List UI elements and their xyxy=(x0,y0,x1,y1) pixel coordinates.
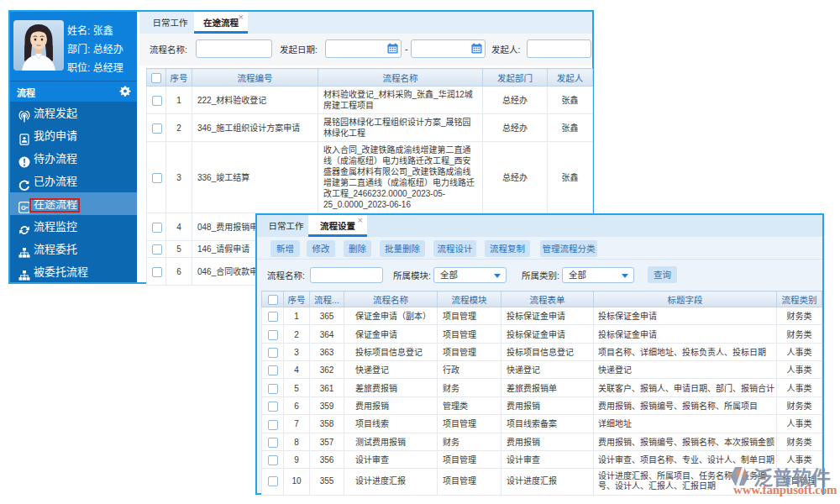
sidebar-item-流程委托[interactable]: 流程委托 xyxy=(10,238,137,260)
toolbar-button[interactable]: 修改 xyxy=(307,240,335,257)
row-select-cell xyxy=(262,361,284,379)
row-checkbox[interactable] xyxy=(152,267,162,277)
sidebar-item-我的申请[interactable]: 我的申请 xyxy=(10,124,137,147)
row-checkbox[interactable] xyxy=(268,312,278,322)
column-header: 流程名称 xyxy=(344,291,438,307)
initiator-label: 发起人: xyxy=(491,40,520,59)
table-row[interactable]: 2364保证金申请项目管理投标保证金申请投标保证金申请财务类 xyxy=(262,325,822,343)
select-all-header[interactable] xyxy=(262,291,284,307)
cell-form: 设计审查 xyxy=(501,450,594,468)
toolbar-button[interactable]: 删除 xyxy=(344,240,371,257)
cell-cat: 人事类 xyxy=(777,379,822,396)
category-select[interactable]: 全部 xyxy=(562,267,634,283)
cell-module: 项目管理 xyxy=(438,343,501,360)
profile-field-value: 总经理 xyxy=(93,62,123,74)
table-row[interactable]: 3336_竣工结算收入合同_改建铁路成渝线增建第二直通线（成渝枢纽）电力线路迁改… xyxy=(147,142,593,213)
sitemap-icon xyxy=(18,266,30,278)
sidebar-item-在途流程[interactable]: G 在途流程 xyxy=(10,192,137,215)
table-row[interactable]: 10355设计进度汇报项目管理设计进度汇报设计进度汇报、所属项目、任务名称、任务… xyxy=(262,469,822,496)
row-checkbox[interactable] xyxy=(152,223,162,233)
table-row[interactable]: 6359费用报销管理类费用报销费用报销、报销编号、报销名称、所属项目财务类 xyxy=(262,396,822,414)
cell-user: 张鑫 xyxy=(548,87,593,114)
profile-title: 职位: 总经理 xyxy=(67,59,123,77)
gear-icon[interactable] xyxy=(119,86,131,97)
sidebar-item-被委托流程[interactable]: 被委托流程 xyxy=(10,260,137,282)
row-checkbox[interactable] xyxy=(268,348,278,358)
row-checkbox[interactable] xyxy=(152,244,162,255)
table-row[interactable]: 7358项目线索项目管理项目线索备案详细地址人事类 xyxy=(262,415,822,433)
toolbar-button[interactable]: 管理流程分类 xyxy=(540,240,597,257)
cell-idx: 2 xyxy=(166,114,192,142)
cell-module: 行政 xyxy=(438,361,501,379)
page: 姓名: 张鑫 部门: 总经办 职位: 总经理 流程 流程发起 xyxy=(0,0,840,504)
row-checkbox[interactable] xyxy=(268,420,278,430)
cell-dept: 总经办 xyxy=(483,87,548,114)
select-all-checkbox[interactable] xyxy=(151,73,161,83)
select-value: 全部 xyxy=(440,270,458,280)
sidebar-section-title: 流程 xyxy=(17,86,35,99)
row-select-cell xyxy=(262,396,284,414)
tab-close-icon[interactable]: × xyxy=(239,13,244,22)
select-all-checkbox[interactable] xyxy=(268,295,278,305)
sidebar-item-流程发起[interactable]: 流程发起 xyxy=(10,102,137,124)
search-button[interactable]: 查询 xyxy=(648,266,677,283)
row-checkbox[interactable] xyxy=(268,365,278,375)
row-checkbox[interactable] xyxy=(268,402,278,412)
table-row[interactable]: 4362快递登记行政快递登记快递登记人事类 xyxy=(262,361,822,379)
cell-code: 336_竣工结算 xyxy=(192,142,318,213)
row-checkbox[interactable] xyxy=(268,384,278,394)
table-row[interactable]: 5361差旅费报销财务差旅费报销单关联客户、报销人、申请日期、部门、报销合计人事… xyxy=(262,379,822,396)
table-row[interactable]: 8357测试费用报销财务费用报销费用报销、报销编号、报销名称、本次报销金额财务类 xyxy=(262,433,822,450)
toolbar-button[interactable]: 批量删除 xyxy=(380,240,425,257)
cell-name: 快递登记 xyxy=(344,361,438,379)
row-select-cell xyxy=(262,450,284,468)
row-checkbox[interactable] xyxy=(268,476,278,486)
toolbar-button[interactable]: 流程复制 xyxy=(485,240,530,257)
cell-title: 投标保证金申请 xyxy=(594,307,777,325)
calendar-icon[interactable] xyxy=(471,43,482,54)
row-checkbox[interactable] xyxy=(268,455,278,465)
initiator-input[interactable] xyxy=(527,39,591,58)
row-select-cell xyxy=(147,258,166,286)
row-checkbox[interactable] xyxy=(268,330,278,340)
profile-field-value: 总经办 xyxy=(93,44,123,55)
flow-name-input-fg[interactable] xyxy=(310,267,383,283)
tab-daily-work[interactable]: 日常工作 xyxy=(143,12,197,34)
column-header: 序号 xyxy=(166,69,192,87)
table-row[interactable]: 2346_施工组织设计方案申请晟铭园林绿化工程组织设计方案_晟铭园林绿化工程总经… xyxy=(147,114,593,142)
tab-flow-settings[interactable]: 流程设置 × xyxy=(308,215,367,237)
row-select-cell xyxy=(147,87,166,114)
table-row[interactable]: 1222_材料验收登记材料验收登记_材料采购_张鑫_华润12城房建工程项目总经办… xyxy=(147,87,593,114)
cell-idx: 2 xyxy=(284,325,310,343)
row-checkbox[interactable] xyxy=(268,438,278,448)
calendar-icon[interactable] xyxy=(387,43,398,54)
cell-idx: 10 xyxy=(284,469,310,496)
table-row[interactable]: 3363投标项目信息登记项目管理投标项目信息登记项目名称、详细地址、投标负责人、… xyxy=(262,343,822,360)
module-select[interactable]: 全部 xyxy=(433,267,507,283)
row-checkbox[interactable] xyxy=(152,123,162,134)
row-select-cell xyxy=(262,325,284,343)
row-select-cell xyxy=(147,241,166,258)
row-checkbox[interactable] xyxy=(152,96,162,106)
table-row[interactable]: 9356设计审查项目管理设计审查设计审查、项目名称、专业、设计人、制单日期人事类 xyxy=(262,450,822,468)
tab-in-transit-flow[interactable]: 在途流程 × xyxy=(194,12,248,34)
toolbar-button[interactable]: 新增 xyxy=(270,240,300,257)
tab-close-icon[interactable]: × xyxy=(358,216,363,225)
toolbar-button[interactable]: 流程设计 xyxy=(433,240,476,257)
table-row[interactable]: 1365保证金申请（副本）项目管理投标保证金申请投标保证金申请财务类 xyxy=(262,307,822,325)
cell-idx: 6 xyxy=(284,396,310,414)
select-all-header[interactable] xyxy=(147,69,166,87)
sidebar-item-待办流程[interactable]: 待办流程 xyxy=(10,147,137,170)
cell-form: 差旅费报销单 xyxy=(501,379,594,396)
cell-name: 设计进度汇报 xyxy=(344,469,438,496)
row-select-cell xyxy=(147,213,166,241)
flow-name-input[interactable] xyxy=(196,39,272,58)
cell-name: 测试费用报销 xyxy=(344,433,438,450)
sidebar-item-流程监控[interactable]: 流程监控 xyxy=(10,215,137,238)
sitemap-icon xyxy=(18,244,30,255)
cell-cat: 人事类 xyxy=(777,343,822,360)
cell-module: 项目管理 xyxy=(438,325,501,343)
sidebar-item-已办流程[interactable]: 已办流程 xyxy=(10,170,137,192)
row-checkbox[interactable] xyxy=(152,173,162,183)
tab-daily-work-fg[interactable]: 日常工作 xyxy=(264,215,308,237)
